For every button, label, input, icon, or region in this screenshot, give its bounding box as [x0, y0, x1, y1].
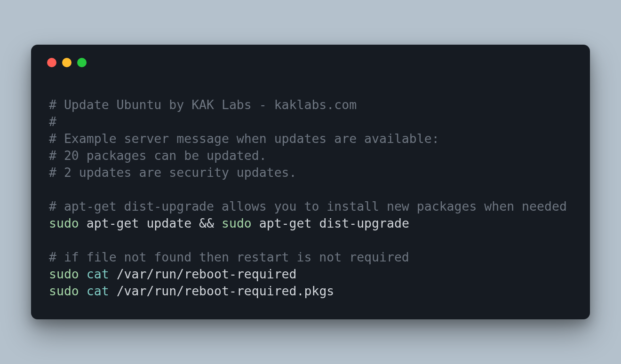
maximize-window-icon[interactable] — [77, 58, 87, 67]
command-text: apt-get dist-upgrade — [252, 216, 409, 230]
comment-line: # 2 updates are security updates. — [49, 165, 297, 180]
comment-line: # apt-get dist-upgrade allows you to ins… — [49, 199, 567, 214]
minimize-window-icon[interactable] — [62, 58, 72, 67]
space — [79, 284, 87, 298]
window-titlebar — [31, 45, 590, 67]
comment-line: # Update Ubuntu by KAK Labs - kaklabs.co… — [49, 97, 357, 112]
comment-line: # Example server message when updates ar… — [49, 131, 439, 146]
space — [79, 267, 87, 281]
keyword-sudo: sudo — [49, 267, 79, 281]
close-window-icon[interactable] — [47, 58, 56, 67]
keyword-sudo: sudo — [49, 216, 79, 230]
file-path: /var/run/reboot-required.pkgs — [109, 284, 334, 298]
keyword-sudo: sudo — [49, 284, 79, 298]
command-text: apt-get update && — [79, 216, 222, 230]
terminal-window: # Update Ubuntu by KAK Labs - kaklabs.co… — [31, 45, 590, 319]
comment-line: # 20 packages can be updated. — [49, 148, 267, 163]
comment-line: # if file not found then restart is not … — [49, 250, 409, 264]
keyword-cat: cat — [87, 284, 109, 298]
terminal-code-block: # Update Ubuntu by KAK Labs - kaklabs.co… — [31, 67, 590, 300]
keyword-sudo: sudo — [222, 216, 252, 230]
keyword-cat: cat — [87, 267, 109, 281]
file-path: /var/run/reboot-required — [109, 267, 297, 281]
comment-line: # — [49, 114, 56, 129]
